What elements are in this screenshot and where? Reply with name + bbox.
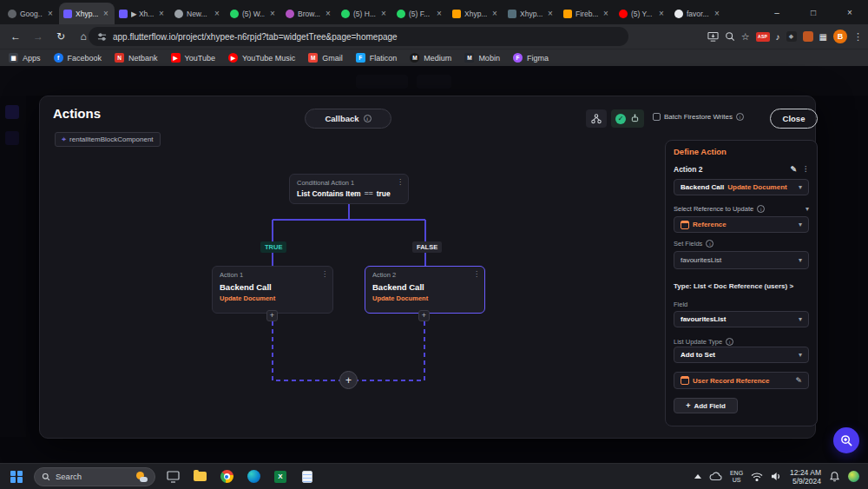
url-text: app.flutterflow.io/project/xhypee-n6rpjd…	[113, 32, 398, 42]
conditional-action-node[interactable]: Conditional Action 1 List Contains Item=…	[289, 174, 409, 204]
browser-tab[interactable]: (5) H...	[337, 3, 392, 24]
action-type-dropdown[interactable]: Backend Call Update Document	[674, 179, 809, 195]
node-menu-icon[interactable]	[397, 179, 404, 186]
info-icon[interactable]	[706, 240, 713, 248]
browser-tab[interactable]: ▶ Xh...	[115, 3, 170, 24]
tab-close-icon[interactable]	[490, 10, 499, 18]
tab-close-icon[interactable]	[213, 10, 221, 18]
weather-icon[interactable]	[135, 471, 148, 483]
bookmark-item[interactable]: N Netbank	[115, 53, 158, 63]
file-explorer-icon[interactable]	[190, 467, 209, 486]
tab-close-icon[interactable]	[268, 10, 277, 18]
tab-close-icon[interactable]	[157, 10, 166, 18]
browser-tab[interactable]: favor...	[670, 3, 726, 24]
forward-icon[interactable]: →	[28, 26, 49, 47]
add-field-button[interactable]: Add Field	[674, 398, 738, 413]
add-action-button[interactable]	[266, 310, 278, 321]
browser-tab[interactable]: (5) Y...	[615, 3, 670, 24]
notification-bell-icon[interactable]	[829, 471, 840, 482]
set-fields-dropdown[interactable]: favouritesList	[674, 251, 809, 269]
maximize-icon[interactable]: □	[795, 0, 832, 24]
browser-tab[interactable]: Goog...	[3, 3, 59, 24]
edit-pencil-icon[interactable]	[795, 376, 802, 385]
edit-pencil-icon[interactable]	[799, 221, 802, 228]
wifi-icon[interactable]	[751, 472, 763, 481]
merge-add-action-button[interactable]	[339, 371, 358, 389]
record-reference-selector[interactable]: User Record Reference	[674, 372, 809, 389]
browser-tab[interactable]: Brow...	[281, 3, 337, 24]
hidden-icons-chevron[interactable]	[694, 474, 701, 479]
bookmark-item[interactable]: ▶ YouTube	[171, 53, 215, 63]
bookmark-item[interactable]: ▶ YouTube Music	[228, 53, 295, 63]
action2-node[interactable]: Action 2 Backend Call Update Document	[365, 266, 485, 314]
edit-pencil-icon[interactable]	[790, 165, 797, 174]
zoom-fab[interactable]	[833, 427, 859, 453]
chrome-icon[interactable]	[217, 467, 236, 486]
bookmark-item[interactable]: F Figma	[513, 53, 549, 63]
browser-tab[interactable]: (5) F...	[392, 3, 448, 24]
bookmark-item[interactable]: M Gmail	[308, 53, 343, 63]
volume-icon[interactable]	[771, 472, 782, 481]
info-icon[interactable]	[757, 205, 765, 213]
tab-close-icon[interactable]	[602, 10, 610, 18]
tab-close-icon[interactable]	[713, 10, 721, 18]
extensions-grid-icon[interactable]: ▦	[819, 32, 827, 42]
info-icon[interactable]	[726, 338, 733, 346]
extension-icon[interactable]: ASP	[756, 32, 770, 42]
reference-selector[interactable]: Reference	[674, 216, 809, 233]
tab-close-icon[interactable]	[46, 10, 55, 18]
panel-menu-icon[interactable]	[802, 166, 809, 173]
task-view-icon[interactable]	[163, 467, 182, 486]
bookmark-item[interactable]: f Facebook	[54, 53, 102, 63]
bookmark-item[interactable]: M Mobin	[464, 53, 500, 63]
tab-close-icon[interactable]	[546, 10, 555, 18]
tab-close-icon[interactable]	[102, 10, 110, 18]
bookmark-favicon-icon: M	[464, 53, 474, 63]
tray-app-icon[interactable]	[848, 471, 859, 482]
browser-tab[interactable]: Xhyp...	[59, 3, 115, 24]
bookmark-item[interactable]: ▦ Apps	[9, 53, 41, 63]
edge-icon[interactable]	[244, 467, 263, 486]
minimize-icon[interactable]: –	[759, 0, 795, 24]
action1-node[interactable]: Action 1 Backend Call Update Document	[212, 266, 333, 314]
window-close-icon[interactable]: ×	[832, 0, 868, 24]
field-dropdown[interactable]: favouritesList	[674, 311, 809, 327]
browser-tab[interactable]: (5) W...	[226, 3, 281, 24]
tab-close-icon[interactable]	[324, 10, 332, 18]
bookmark-item[interactable]: M Medium	[410, 53, 451, 63]
tab-close-icon[interactable]	[435, 10, 444, 18]
browser-tab[interactable]: Xhyp...	[503, 3, 559, 24]
node-menu-icon[interactable]	[321, 271, 328, 278]
extension-icon[interactable]: ◆	[786, 31, 797, 42]
notepad-icon[interactable]	[298, 467, 317, 486]
browser-tab[interactable]: Fireb...	[559, 3, 615, 24]
lens-search-icon[interactable]	[725, 31, 735, 42]
extension-icon[interactable]	[803, 31, 813, 42]
reload-icon[interactable]: ↻	[50, 26, 71, 47]
onedrive-cloud-icon[interactable]	[709, 472, 722, 481]
browser-tab[interactable]: New...	[170, 3, 226, 24]
browser-menu-icon[interactable]	[853, 31, 863, 43]
collapse-chevron-icon[interactable]	[806, 205, 809, 213]
list-update-type-dropdown[interactable]: Add to Set	[674, 347, 809, 363]
bookmark-star-icon[interactable]: ☆	[741, 31, 750, 43]
tab-close-icon[interactable]	[379, 10, 388, 18]
add-action-button[interactable]	[418, 310, 430, 321]
start-button-icon[interactable]	[10, 471, 23, 483]
back-icon[interactable]: ←	[5, 26, 26, 47]
node-menu-icon[interactable]	[473, 271, 480, 278]
address-bar[interactable]: app.flutterflow.io/project/xhypee-n6rpjd…	[89, 27, 628, 46]
music-extension-icon[interactable]: ♪	[776, 32, 780, 42]
clock[interactable]: 12:24 AM 5/9/2024	[790, 468, 821, 486]
profile-avatar[interactable]: B	[833, 30, 847, 43]
field-value: favouritesList	[681, 315, 726, 323]
excel-icon[interactable]	[271, 467, 290, 486]
site-info-icon[interactable]	[97, 32, 107, 42]
install-app-icon[interactable]	[707, 31, 719, 43]
tab-close-icon[interactable]	[657, 10, 666, 18]
tab-favicon-icon	[119, 10, 128, 18]
bookmark-item[interactable]: F Flaticon	[356, 53, 398, 63]
taskbar-search[interactable]: Search	[34, 467, 155, 486]
browser-tab[interactable]: Xhyp...	[448, 3, 503, 24]
language-indicator[interactable]: ENG US	[730, 470, 743, 483]
